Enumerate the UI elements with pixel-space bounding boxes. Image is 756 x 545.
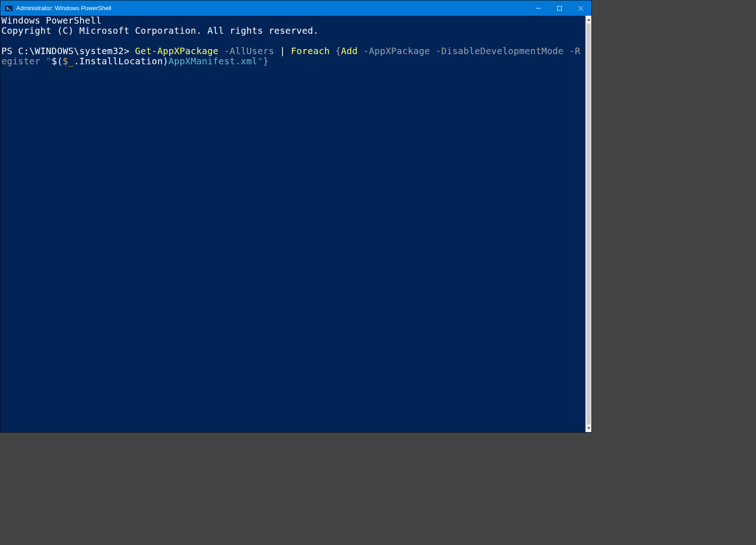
maximize-button[interactable] (549, 0, 570, 16)
param: entMode (525, 46, 564, 56)
brace: } (263, 56, 269, 67)
quote: " (258, 56, 263, 67)
vertical-scrollbar[interactable] (585, 16, 591, 432)
scroll-up-button[interactable] (586, 16, 591, 24)
scroll-down-button[interactable] (586, 424, 591, 432)
prompt: PS C:\WINDOWS\system32> (1, 46, 135, 56)
cmdlet: Foreach (291, 46, 335, 56)
pipe: | (280, 46, 291, 56)
subexpr: $( (51, 56, 62, 67)
terminal-viewport[interactable]: Windows PowerShell Copyright (C) Microso… (0, 16, 585, 432)
client-area: Windows PowerShell Copyright (C) Microso… (0, 16, 591, 432)
scroll-track[interactable] (586, 24, 591, 424)
param: -AppXPackage (358, 46, 436, 56)
powershell-window: Administrator: Windows PowerShell Window… (0, 0, 592, 433)
param: -DisableDevelopm (436, 46, 525, 56)
scroll-thumb[interactable] (587, 24, 590, 424)
terminal-output[interactable]: Windows PowerShell Copyright (C) Microso… (0, 16, 585, 67)
subexpr: ) (163, 56, 168, 67)
minimize-button[interactable] (528, 0, 549, 16)
titlebar[interactable]: Administrator: Windows PowerShell (0, 0, 591, 16)
window-title: Administrator: Windows PowerShell (16, 5, 528, 12)
variable: $_ (62, 56, 74, 67)
cmdlet: Add (341, 46, 358, 56)
banner-line: Windows PowerShell (1, 16, 102, 26)
powershell-icon (5, 5, 12, 12)
close-button[interactable] (570, 0, 591, 16)
svg-rect-1 (558, 6, 562, 10)
cmdlet: Get-AppXPackage (135, 46, 219, 56)
member: .InstallLocation (74, 56, 163, 67)
quote: " (46, 56, 51, 67)
string: AppXManifest.xml (168, 56, 258, 67)
param: -AllUsers (219, 46, 280, 56)
banner-line: Copyright (C) Microsoft Corporation. All… (1, 25, 319, 36)
brace: { (335, 46, 341, 56)
